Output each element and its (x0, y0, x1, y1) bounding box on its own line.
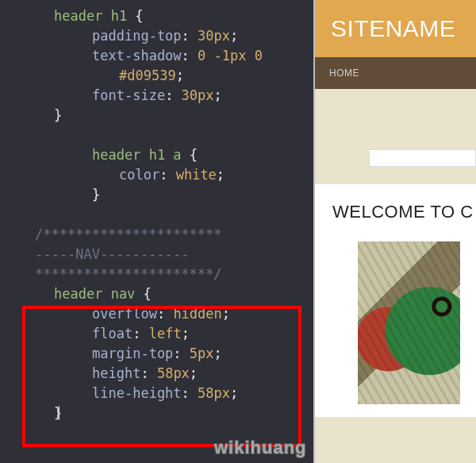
hero-image (350, 233, 468, 412)
css-selector: header nav (54, 286, 135, 302)
css-selector: header h1 a (92, 147, 182, 163)
css-prop: overflow (92, 306, 157, 322)
css-prop: text-shadow (92, 48, 182, 64)
site-nav: HOME (315, 57, 476, 89)
welcome-heading: WELCOME TO C (332, 202, 468, 222)
css-val: 30px (182, 87, 214, 103)
site-header: SITENAME (315, 0, 476, 57)
css-prop: font-size (92, 87, 165, 103)
site-preview: SITENAME HOME WELCOME TO C (313, 0, 476, 463)
brace-close: } (92, 187, 100, 203)
css-prop: float (92, 326, 132, 341)
css-comment: /********************** (35, 226, 221, 242)
css-val: left (149, 326, 182, 341)
css-val: 30px (198, 28, 230, 44)
css-prop: color (119, 167, 159, 183)
css-prop: margin-top (92, 345, 173, 361)
text-cursor (59, 406, 60, 420)
css-comment: **********************/ (35, 266, 221, 282)
search-input[interactable] (369, 149, 476, 167)
brace-close: } (54, 405, 62, 421)
css-prop: padding-top (92, 28, 182, 44)
brace-close: } (54, 107, 62, 123)
css-val: #d09539 (119, 68, 176, 83)
css-val: 0 -1px 0 (198, 48, 263, 64)
spacer (315, 89, 476, 184)
css-val: 5px (190, 345, 214, 361)
css-prop: line-height (92, 385, 182, 401)
nav-item-home[interactable]: HOME (329, 68, 359, 79)
site-title[interactable]: SITENAME (331, 15, 455, 42)
css-val: 58px (157, 365, 190, 381)
css-val: white (176, 167, 217, 183)
css-selector: header h1 (54, 8, 127, 24)
css-val: hidden (173, 306, 221, 322)
css-val: 58px (198, 385, 230, 401)
css-prop: height (92, 365, 140, 381)
css-comment: -----NAV----------- (35, 246, 189, 262)
code-editor[interactable]: header h1 { padding-top: 30px; text-shad… (0, 0, 313, 463)
content-block: WELCOME TO C (315, 184, 476, 417)
